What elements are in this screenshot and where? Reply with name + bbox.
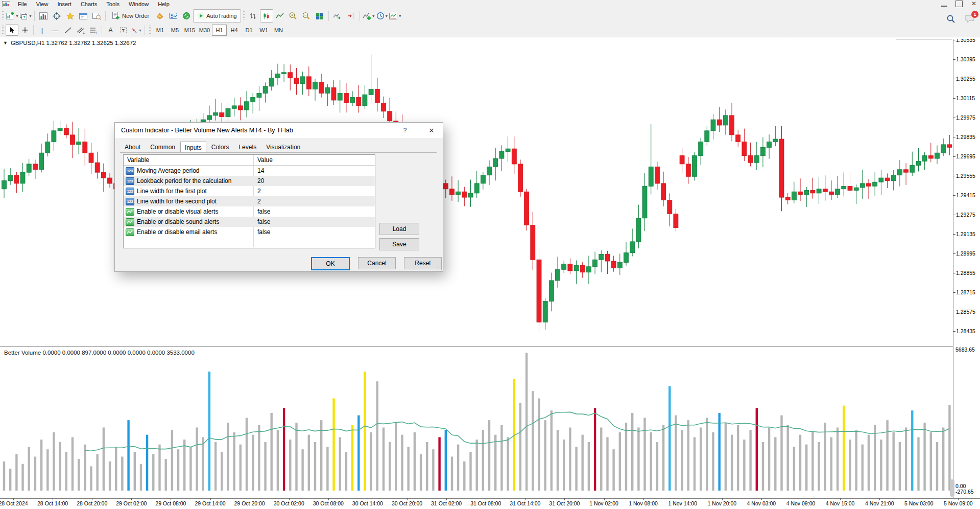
- ok-button[interactable]: OK: [311, 257, 350, 270]
- time-tick: [761, 498, 762, 500]
- new-chart-button[interactable]: ▾: [6, 9, 19, 22]
- timeframe-m30[interactable]: M30: [197, 25, 212, 36]
- variable-value[interactable]: 20: [257, 177, 264, 184]
- sounds-button[interactable]: [180, 9, 193, 22]
- resize-grip[interactable]: [438, 266, 442, 270]
- time-tick: [407, 498, 408, 500]
- data-window-button[interactable]: [50, 9, 63, 22]
- navigator-button[interactable]: [63, 9, 77, 22]
- table-row[interactable]: 123Line width for the first plot2: [124, 186, 375, 196]
- terminal-button[interactable]: [77, 9, 90, 22]
- chat-icon[interactable]: 1: [965, 14, 975, 26]
- zoom-in-button[interactable]: [286, 9, 300, 22]
- price-tick: [953, 79, 955, 79]
- help-button[interactable]: ?: [397, 123, 413, 138]
- table-row[interactable]: 123Lookback period for the calculation20: [124, 176, 375, 186]
- price-tick: [953, 253, 955, 254]
- menu-item-help[interactable]: Help: [153, 1, 174, 8]
- chart-shift-button[interactable]: [344, 9, 357, 22]
- variable-value[interactable]: false: [257, 218, 270, 225]
- tab-inputs[interactable]: Inputs: [180, 142, 206, 153]
- profiles-button[interactable]: ▾: [19, 9, 32, 22]
- load-button[interactable]: Load: [379, 223, 419, 235]
- save-button[interactable]: Save: [379, 238, 419, 250]
- timeframe-h1[interactable]: H1: [212, 25, 227, 36]
- minimize-icon[interactable]: [941, 2, 947, 7]
- reset-button[interactable]: Reset: [404, 257, 442, 269]
- trendline-tool[interactable]: [61, 25, 74, 36]
- menu-item-charts[interactable]: Charts: [76, 1, 102, 8]
- cursor-tool[interactable]: [6, 25, 18, 36]
- table-row[interactable]: 123Moving Average period14: [124, 166, 375, 176]
- autotrading-button[interactable]: AutoTrading: [193, 9, 241, 22]
- variable-label: Enable or disable email alerts: [137, 228, 217, 236]
- variable-value[interactable]: false: [257, 208, 270, 215]
- tab-levels[interactable]: Levels: [234, 142, 261, 152]
- table-row[interactable]: Enable or disable visual alertsfalse: [124, 206, 375, 217]
- bars-chart-button[interactable]: [247, 9, 260, 22]
- variable-value[interactable]: 14: [257, 167, 264, 174]
- timeframe-m1[interactable]: M1: [153, 25, 168, 36]
- menu-item-window[interactable]: Window: [124, 1, 153, 8]
- horizontal-line-tool[interactable]: —: [49, 25, 61, 36]
- time-label: 4 Nov 21:00: [865, 500, 894, 506]
- fibonacci-tool[interactable]: F: [87, 25, 100, 36]
- timeframe-h4[interactable]: H4: [227, 25, 242, 36]
- dialog-close-icon[interactable]: ✕: [421, 123, 442, 138]
- time-tick: [171, 498, 171, 500]
- dialog-tabs: AboutCommonInputsColorsLevelsVisualizati…: [120, 142, 305, 152]
- restore-icon[interactable]: [955, 1, 963, 7]
- timeframe-mn[interactable]: MN: [271, 25, 286, 36]
- tab-visualization[interactable]: Visualization: [261, 142, 305, 152]
- arrows-tool[interactable]: ▾: [130, 25, 142, 36]
- collapse-triangle-icon[interactable]: ▼: [3, 40, 8, 45]
- search-icon[interactable]: [946, 14, 955, 26]
- auto-scroll-button[interactable]: [331, 9, 344, 22]
- tab-about[interactable]: About: [120, 142, 145, 152]
- table-row[interactable]: 123Line width for the second plot2: [124, 196, 375, 206]
- dialog-titlebar[interactable]: Custom Indicator - Better Volume New Ale…: [115, 123, 443, 138]
- new-order-button[interactable]: New Order: [108, 9, 153, 22]
- line-chart-button[interactable]: [273, 9, 286, 22]
- variable-value[interactable]: 2: [257, 198, 261, 205]
- menu-item-insert[interactable]: Insert: [53, 1, 76, 8]
- strategy-tester-button[interactable]: [90, 9, 103, 22]
- time-label: 1 Nov 08:00: [629, 500, 658, 506]
- table-row[interactable]: Enable or disable sound alertsfalse: [124, 217, 375, 227]
- symbol-line[interactable]: ▼ GBPUSD,H1 1.32762 1.32782 1.32625 1.32…: [3, 40, 136, 46]
- experts-button[interactable]: [166, 9, 180, 22]
- tab-colors[interactable]: Colors: [207, 142, 234, 152]
- cancel-button[interactable]: Cancel: [358, 257, 396, 269]
- timeframe-d1[interactable]: D1: [242, 25, 256, 36]
- table-row[interactable]: Enable or disable email alertsfalse: [124, 227, 375, 237]
- variable-value[interactable]: 2: [257, 188, 261, 195]
- equidistant-channel-tool[interactable]: E: [74, 25, 87, 36]
- metaeditor-button[interactable]: [153, 9, 166, 22]
- text-label-tool[interactable]: T: [117, 25, 130, 36]
- timeframe-m15[interactable]: M15: [182, 25, 197, 36]
- close-icon[interactable]: ✕: [971, 1, 977, 7]
- tile-windows-button[interactable]: [313, 9, 326, 22]
- time-label: 1 Nov 14:00: [668, 500, 697, 506]
- menu-item-file[interactable]: File: [13, 1, 32, 8]
- zoom-out-button[interactable]: [300, 9, 313, 22]
- templates-button[interactable]: ▾: [389, 9, 402, 22]
- periods-button[interactable]: ▾: [375, 9, 389, 22]
- toolbar-separator: [102, 25, 102, 35]
- tab-common[interactable]: Common: [146, 142, 180, 152]
- timeframe-w1[interactable]: W1: [256, 25, 271, 36]
- vertical-line-tool[interactable]: |: [36, 25, 49, 36]
- candles-chart-button[interactable]: [260, 9, 273, 22]
- variable-value[interactable]: false: [257, 228, 270, 236]
- time-label: 4 Nov 15:00: [826, 500, 855, 506]
- menu-item-view[interactable]: View: [32, 1, 53, 8]
- time-label: 1 Nov 02:00: [589, 500, 618, 506]
- menu-items: FileViewInsertChartsToolsWindowHelp: [13, 1, 174, 8]
- crosshair-tool[interactable]: [18, 25, 31, 36]
- menu-item-tools[interactable]: Tools: [102, 1, 124, 8]
- text-tool[interactable]: A: [104, 25, 117, 36]
- market-watch-button[interactable]: [37, 9, 50, 22]
- panel-separator[interactable]: [0, 346, 953, 347]
- indicators-button[interactable]: ▾: [362, 9, 375, 22]
- timeframe-m5[interactable]: M5: [168, 25, 182, 36]
